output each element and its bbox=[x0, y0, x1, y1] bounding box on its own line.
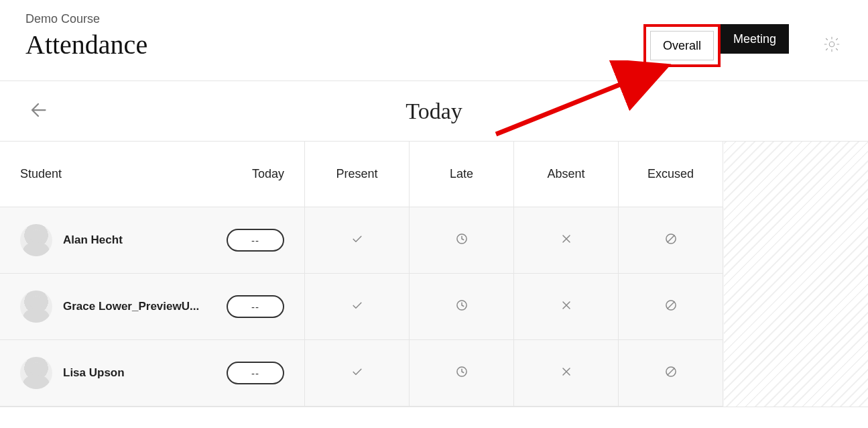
clock-icon bbox=[455, 232, 469, 249]
course-name: Demo Course bbox=[25, 12, 147, 26]
mark-absent-button[interactable] bbox=[514, 207, 619, 274]
mark-late-button[interactable] bbox=[410, 207, 514, 274]
student-name: Grace Lower_PreviewU... bbox=[63, 300, 199, 313]
check-icon bbox=[351, 232, 364, 249]
today-status-pill[interactable]: -- bbox=[227, 229, 284, 252]
excused-icon bbox=[664, 232, 678, 249]
x-icon bbox=[560, 299, 573, 315]
mark-excused-button[interactable] bbox=[619, 340, 723, 407]
today-status-pill[interactable]: -- bbox=[227, 295, 284, 318]
clock-icon bbox=[455, 365, 469, 382]
mark-late-button[interactable] bbox=[410, 274, 514, 340]
highlight-overall: Overall bbox=[643, 24, 721, 67]
student-cell[interactable]: Lisa Upson -- bbox=[0, 340, 305, 407]
col-header-present: Present bbox=[305, 142, 410, 207]
col-header-late-label: Late bbox=[450, 167, 473, 181]
student-info: Alan Hecht bbox=[20, 224, 123, 256]
x-icon bbox=[560, 232, 573, 249]
back-button[interactable] bbox=[25, 97, 55, 126]
attendance-table: Student Today Present Late Absent Excuse… bbox=[0, 142, 868, 407]
col-header-late: Late bbox=[410, 142, 514, 207]
avatar bbox=[20, 357, 52, 389]
view-toggle: Overall Meeting bbox=[643, 24, 789, 67]
student-cell[interactable]: Alan Hecht -- bbox=[0, 207, 305, 274]
overall-tab-button[interactable]: Overall bbox=[650, 31, 714, 60]
settings-button[interactable] bbox=[821, 35, 843, 56]
student-info: Grace Lower_PreviewU... bbox=[20, 290, 199, 323]
table-grid: Student Today Present Late Absent Excuse… bbox=[0, 142, 724, 407]
student-cell[interactable]: Grace Lower_PreviewU... -- bbox=[0, 274, 305, 340]
x-icon bbox=[560, 365, 573, 382]
today-title: Today bbox=[406, 99, 462, 124]
mark-present-button[interactable] bbox=[305, 274, 410, 340]
avatar bbox=[20, 224, 52, 256]
col-header-today-label: Today bbox=[252, 167, 284, 181]
col-header-absent: Absent bbox=[514, 142, 619, 207]
table-row: Grace Lower_PreviewU... -- bbox=[0, 274, 724, 340]
table-header-row: Student Today Present Late Absent Excuse… bbox=[0, 142, 724, 207]
mark-excused-button[interactable] bbox=[619, 207, 723, 274]
col-header-absent-label: Absent bbox=[547, 167, 584, 181]
mark-absent-button[interactable] bbox=[514, 340, 619, 407]
student-name: Lisa Upson bbox=[63, 366, 125, 380]
table-row: Lisa Upson -- bbox=[0, 340, 724, 407]
svg-point-0 bbox=[829, 42, 834, 46]
clock-icon bbox=[455, 299, 469, 315]
col-header-excused-label: Excused bbox=[647, 167, 694, 181]
gear-icon bbox=[822, 35, 841, 56]
mark-present-button[interactable] bbox=[305, 340, 410, 407]
col-header-excused: Excused bbox=[619, 142, 723, 207]
excused-icon bbox=[664, 299, 678, 315]
today-bar: Today bbox=[0, 81, 868, 142]
mark-excused-button[interactable] bbox=[619, 274, 723, 340]
col-header-student: Student Today bbox=[0, 142, 305, 207]
today-status-pill[interactable]: -- bbox=[227, 362, 284, 384]
meeting-tab-button[interactable]: Meeting bbox=[721, 24, 789, 54]
table-row: Alan Hecht -- bbox=[0, 207, 724, 274]
header-right: Overall Meeting bbox=[643, 12, 843, 67]
student-name: Alan Hecht bbox=[63, 233, 123, 247]
student-info: Lisa Upson bbox=[20, 357, 125, 389]
empty-columns-area bbox=[724, 142, 868, 407]
page-title: Attendance bbox=[25, 29, 147, 60]
avatar bbox=[20, 290, 52, 323]
mark-late-button[interactable] bbox=[410, 340, 514, 407]
check-icon bbox=[351, 365, 364, 382]
page-header: Demo Course Attendance Overall Meeting bbox=[0, 0, 868, 81]
col-header-present-label: Present bbox=[336, 167, 377, 181]
mark-present-button[interactable] bbox=[305, 207, 410, 274]
col-header-student-label: Student bbox=[20, 167, 62, 181]
excused-icon bbox=[664, 365, 678, 382]
arrow-left-icon bbox=[28, 98, 52, 125]
header-left: Demo Course Attendance bbox=[25, 12, 147, 60]
check-icon bbox=[351, 299, 364, 315]
mark-absent-button[interactable] bbox=[514, 274, 619, 340]
